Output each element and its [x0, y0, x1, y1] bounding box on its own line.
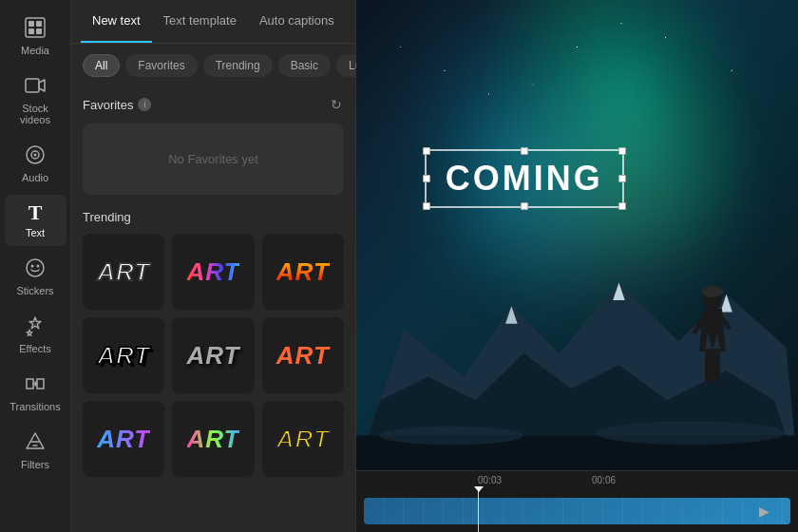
timeline-track: ▶ — [364, 490, 790, 532]
text-style-grid: ART ART ART ART ART ART ART ART — [83, 234, 344, 477]
panel-tabs: New text Text template Auto captions — [71, 0, 355, 44]
text-style-shadow[interactable]: ART — [172, 317, 254, 393]
sidebar-item-media[interactable]: Media — [5, 10, 66, 64]
art-text-dark: ART — [276, 341, 330, 370]
svg-point-21 — [380, 426, 523, 445]
art-text-gold: ART — [276, 425, 330, 454]
resize-handle-tr[interactable] — [618, 147, 626, 155]
svg-point-8 — [34, 154, 37, 157]
svg-point-11 — [37, 265, 40, 268]
timeline-mark-03: 00:03 — [478, 475, 502, 485]
audio-icon — [25, 144, 46, 168]
svg-rect-4 — [36, 28, 42, 34]
trending-section-header: Trending — [83, 210, 344, 224]
sidebar-item-transitions[interactable]: Transitions — [5, 366, 66, 420]
tab-text-template[interactable]: Text template — [152, 0, 248, 43]
svg-rect-25 — [702, 289, 723, 294]
filter-all[interactable]: All — [83, 54, 120, 77]
favorites-title: Favorites i — [83, 98, 151, 112]
art-text-rainbow: ART — [187, 257, 240, 287]
text-style-rainbow[interactable]: ART — [172, 234, 254, 310]
art-text-gradient-blue: ART — [97, 425, 150, 454]
text-style-fire[interactable]: ART — [262, 234, 344, 310]
coming-text-label: COMING — [446, 159, 603, 199]
filter-bar: All Favorites Trending Basic Lu — [71, 44, 355, 87]
svg-point-10 — [31, 265, 34, 268]
media-icon — [25, 17, 46, 41]
transitions-icon — [25, 373, 46, 397]
art-text-outlined: ART — [97, 341, 150, 370]
resize-handle-bm[interactable] — [521, 202, 528, 210]
filter-favorites[interactable]: Favorites — [125, 54, 197, 77]
stickers-label: Stickers — [16, 285, 53, 296]
sidebar-item-filters[interactable]: Filters — [5, 424, 66, 478]
text-label: Text — [26, 227, 45, 238]
art-text-shadow: ART — [187, 341, 240, 370]
sidebar-item-stickers[interactable]: Stickers — [5, 250, 66, 304]
text-panel: New text Text template Auto captions All… — [71, 0, 356, 532]
clip-overlay — [364, 498, 790, 524]
timeline: 00:03 00:06 ▶ — [356, 470, 798, 532]
svg-point-9 — [27, 259, 44, 276]
tab-auto-captions[interactable]: Auto captions — [248, 0, 346, 43]
favorites-section-header: Favorites i ↻ — [83, 95, 344, 114]
sidebar-item-stock-videos[interactable]: Stock videos — [5, 67, 66, 133]
timeline-mark-06: 00:06 — [592, 475, 616, 485]
sidebar-item-effects[interactable]: Effects — [5, 308, 66, 362]
main-area: COMING 00:03 00:06 ▶ — [356, 0, 798, 532]
text-icon: T — [28, 202, 43, 223]
audio-label: Audio — [22, 172, 48, 183]
svg-rect-3 — [28, 28, 34, 34]
filter-basic[interactable]: Basic — [278, 54, 331, 77]
favorites-info-icon[interactable]: i — [138, 98, 151, 111]
stickers-icon — [25, 257, 46, 281]
sidebar-item-text[interactable]: T Text — [5, 195, 66, 246]
playhead-arrow — [474, 486, 484, 492]
play-button[interactable]: ▶ — [752, 500, 775, 522]
svg-rect-5 — [26, 79, 39, 92]
sidebar: Media Stock videos Audio T Text — [0, 0, 71, 532]
svg-rect-1 — [28, 21, 34, 27]
art-text-plain: ART — [97, 257, 150, 287]
resize-handle-mr[interactable] — [618, 175, 626, 182]
timeline-ruler: 00:03 00:06 — [364, 471, 790, 490]
resize-handle-tm[interactable] — [521, 147, 528, 155]
filter-trending[interactable]: Trending — [203, 54, 273, 77]
svg-rect-26 — [705, 349, 712, 382]
person-silhouette — [684, 280, 741, 394]
svg-point-22 — [595, 421, 786, 445]
favorites-refresh-button[interactable]: ↻ — [329, 95, 344, 114]
resize-handle-bl[interactable] — [423, 202, 430, 210]
favorites-empty-state: No Favorites yet — [83, 124, 344, 195]
art-text-multicolor: ART — [187, 425, 240, 454]
sidebar-item-audio[interactable]: Audio — [5, 137, 66, 191]
playhead-line — [478, 490, 479, 532]
trending-title: Trending — [83, 210, 131, 224]
resize-handle-ml[interactable] — [423, 175, 430, 182]
transitions-label: Transitions — [10, 401, 60, 412]
coming-text-overlay[interactable]: COMING — [425, 149, 624, 208]
media-label: Media — [21, 45, 49, 56]
tab-new-text[interactable]: New text — [81, 0, 152, 43]
video-preview: COMING — [356, 0, 798, 470]
svg-rect-27 — [712, 349, 720, 382]
text-style-dark[interactable]: ART — [262, 317, 344, 393]
svg-rect-2 — [36, 21, 42, 27]
filters-label: Filters — [21, 459, 49, 470]
effects-icon — [25, 315, 46, 339]
text-style-gradient-blue[interactable]: ART — [83, 401, 164, 477]
svg-rect-0 — [26, 18, 45, 37]
resize-handle-tl[interactable] — [423, 147, 430, 155]
effects-label: Effects — [19, 343, 50, 354]
filters-icon — [25, 431, 46, 455]
art-text-fire: ART — [276, 257, 330, 287]
stock-videos-icon — [25, 75, 46, 99]
text-style-plain[interactable]: ART — [83, 234, 164, 310]
panel-content: Favorites i ↻ No Favorites yet Trending … — [71, 87, 355, 532]
text-style-multicolor[interactable]: ART — [172, 401, 254, 477]
resize-handle-br[interactable] — [618, 202, 626, 210]
video-clip[interactable] — [364, 498, 790, 524]
text-style-gold[interactable]: ART — [262, 401, 344, 477]
stock-videos-label: Stock videos — [9, 103, 63, 125]
text-style-outlined[interactable]: ART — [83, 317, 164, 393]
